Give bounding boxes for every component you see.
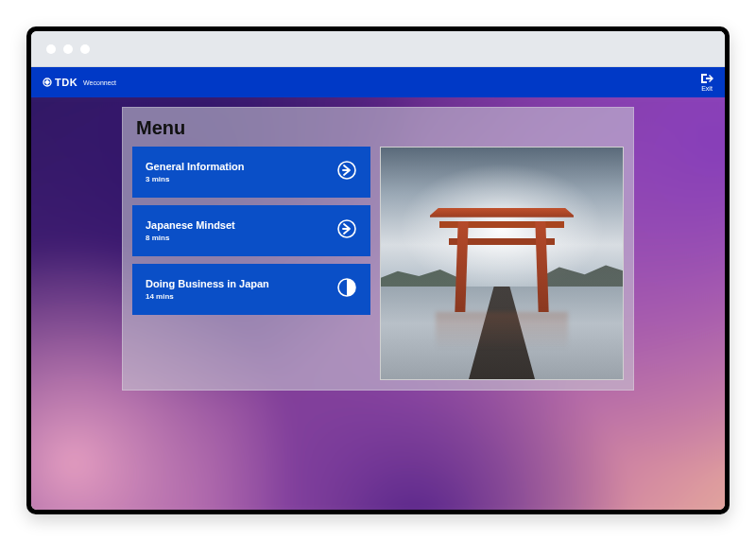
brand: TDK Weconnect xyxy=(43,77,116,88)
menu-card-body: General Information 3 mins xyxy=(123,147,633,390)
menu-list: General Information 3 mins xyxy=(132,147,370,380)
arrow-right-circle-icon xyxy=(336,160,357,184)
feature-image xyxy=(380,147,624,380)
browser-window: TDK Weconnect Exit Menu xyxy=(31,31,725,510)
menu-item-title: Doing Business in Japan xyxy=(146,278,269,289)
exit-button[interactable]: Exit xyxy=(700,73,713,92)
exit-icon xyxy=(700,73,713,84)
brand-logo: TDK xyxy=(43,77,77,88)
arrow-right-circle-icon xyxy=(336,218,357,243)
browser-chrome xyxy=(31,31,725,67)
menu-item-duration: 14 mins xyxy=(146,292,269,301)
menu-item-doing-business-in-japan[interactable]: Doing Business in Japan 14 mins xyxy=(132,264,370,315)
app-header: TDK Weconnect Exit xyxy=(31,67,725,97)
brand-logo-text: TDK xyxy=(55,77,77,88)
menu-item-title: General Information xyxy=(146,161,245,172)
window-control-dot[interactable] xyxy=(63,44,73,54)
brand-subtext: Weconnect xyxy=(83,79,116,86)
app-body: Menu General Information 3 mins xyxy=(31,97,725,510)
menu-item-title: Japanese Mindset xyxy=(146,219,235,231)
menu-item-duration: 3 mins xyxy=(146,175,245,183)
window-control-dot[interactable] xyxy=(46,44,56,54)
exit-label: Exit xyxy=(701,85,713,92)
menu-item-general-information[interactable]: General Information 3 mins xyxy=(132,147,370,198)
half-circle-icon xyxy=(336,277,357,302)
menu-item-japanese-mindset[interactable]: Japanese Mindset 8 mins xyxy=(132,205,370,256)
menu-item-duration: 8 mins xyxy=(146,234,235,242)
menu-card: Menu General Information 3 mins xyxy=(122,107,634,391)
menu-title: Menu xyxy=(136,117,620,139)
torii-gate-illustration xyxy=(381,148,623,379)
device-frame: TDK Weconnect Exit Menu xyxy=(26,26,730,514)
menu-card-header: Menu xyxy=(123,108,633,147)
window-control-dot[interactable] xyxy=(80,44,90,54)
brand-mark-icon xyxy=(43,78,52,87)
